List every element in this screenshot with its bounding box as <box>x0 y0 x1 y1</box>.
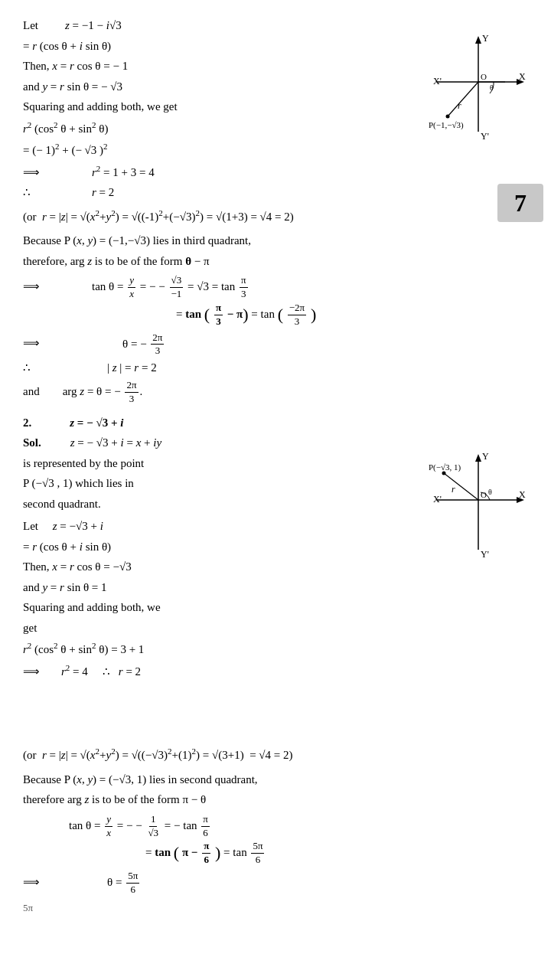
eq-polar2: = r (cos θ + i sin θ) <box>23 537 111 557</box>
page-number: 7 <box>514 189 527 217</box>
eq-tan: tan θ = yx = − − √3−1 = √3 = tan π3 <box>92 274 249 301</box>
svg-text:X: X <box>519 71 526 82</box>
svg-line-10 <box>448 82 478 116</box>
eq-r2: r2 (cos2 θ + sin2 θ) <box>23 118 108 139</box>
eq-tan2-label: tan θ = yx = − − 1√3 = − tan π6 <box>69 813 211 840</box>
eq-theta-neg: θ = − 2π3 <box>122 332 165 358</box>
eq-theta2: θ = 5π6 <box>107 870 141 897</box>
text-second-quad: second quadrant. <box>23 495 101 514</box>
implies1: ⟹ <box>23 163 46 183</box>
eq-r2-val: r2 = 1 + 3 = 4 <box>92 162 155 183</box>
line-tan2: tan θ = yx = − − 1√3 = − tan π6 <box>23 813 528 840</box>
eq-r-val: r = 2 <box>92 183 114 203</box>
problem-2-eq: z = − √3 + i <box>70 413 123 433</box>
line-because-p2: Because P (x, y) = (−√3, 1) lies in seco… <box>23 770 528 790</box>
spacer1 <box>23 682 528 743</box>
line-therefore-z: ∴ | z | = r = 2 <box>23 358 528 378</box>
eq-r2-4: r2 = 4 ∴ r = 2 <box>61 661 141 682</box>
text-because2: Because P (x, y) = (−√3, 1) lies in seco… <box>23 770 258 790</box>
line-or-r: (or r = |z| = √(x2+y2) = √((-1)2+(−√3)2)… <box>23 206 528 227</box>
svg-text:X': X' <box>433 76 442 87</box>
sol-implies-r2: ⟹ r2 = 4 ∴ r = 2 <box>23 661 528 682</box>
coordinate-diagram-1: Y X O X' Y' θ r P(−1,−√3) <box>429 32 528 150</box>
text-bottom: 5π <box>23 900 33 916</box>
therefore1: ∴ <box>23 183 46 203</box>
sol-and-y2: and y = r sin θ = 1 <box>23 578 528 598</box>
line-tan-bold: = tan ( π3 − π) = tan ( −2π3 ) <box>176 302 528 328</box>
line-form2: therefore arg z is to be of the form π −… <box>23 790 528 810</box>
sol-label: Sol. <box>23 433 41 453</box>
line-tan2-bold: = tan ( π − π6 ) = tan 5π6 <box>145 840 528 867</box>
svg-text:Y: Y <box>482 33 489 44</box>
svg-line-24 <box>444 473 478 500</box>
svg-text:X': X' <box>433 494 442 505</box>
sol-r2-cos2: r2 (cos2 θ + sin2 θ) = 3 + 1 <box>23 639 528 660</box>
sol-eq1: z = − √3 + i = x + iy <box>70 433 161 453</box>
label-let: Let <box>23 16 65 36</box>
line-therefore-r: ∴ r = 2 <box>23 183 528 203</box>
eq-z1: z = −1 − i√3 <box>65 16 122 36</box>
svg-text:P(−1,−√3): P(−1,−√3) <box>429 120 464 130</box>
page-number-box: 7 <box>497 184 543 222</box>
text-squaring: Squaring and adding both, we get <box>23 97 178 117</box>
text-get: get <box>23 619 37 639</box>
eq-r2-cos2-2: r2 (cos2 θ + sin2 θ) = 3 + 1 <box>23 639 144 660</box>
line-theta-val: ⟹ θ = − 2π3 <box>23 332 528 358</box>
line-bottom-partial: 5π <box>23 900 528 916</box>
svg-text:r: r <box>458 100 461 111</box>
therefore2: ∴ <box>23 358 46 378</box>
eq-tan2-bold: = tan ( π − π6 ) = tan 5π6 <box>145 840 266 867</box>
svg-text:Y': Y' <box>481 131 489 142</box>
svg-text:P(−√3, 1): P(−√3, 1) <box>429 462 461 472</box>
line-or-r2: (or r = |z| = √(x2+y2) = √((−√3)2+(1)2) … <box>23 744 528 766</box>
line-because-p: Because P (x, y) = (−1,−√3) lies in thir… <box>23 231 528 251</box>
svg-marker-16 <box>475 454 481 462</box>
svg-text:O: O <box>481 72 487 81</box>
svg-text:Y: Y <box>482 451 489 462</box>
text-because: Because P (x, y) = (−1,−√3) lies in thir… <box>23 231 251 251</box>
line-r2-result: ⟹ r2 = 1 + 3 = 4 <box>23 162 528 183</box>
line-and-arg: and arg z = θ = − 2π3. <box>23 379 528 406</box>
line-tan-theta: ⟹ tan θ = yx = − − √3−1 = √3 = tan π3 <box>23 274 528 301</box>
svg-point-12 <box>446 115 450 119</box>
implies2: ⟹ <box>23 277 46 297</box>
svg-text:Y': Y' <box>481 549 489 560</box>
eq-y: and y = r sin θ = − √3 <box>23 77 122 97</box>
eq-or-r2: (or r = |z| = √(x2+y2) = √((−√3)2+(1)2) … <box>23 744 293 766</box>
label-then: Then, x = r cos θ = − 1 <box>23 57 128 77</box>
text-then-x2: Then, x = r cos θ = −√3 <box>23 557 168 577</box>
implies3: ⟹ <box>23 334 46 354</box>
svg-text:X: X <box>519 489 526 500</box>
problem-2-header: 2. z = − √3 + i <box>23 413 528 433</box>
svg-point-26 <box>442 472 446 475</box>
line-theta2: ⟹ θ = 5π6 <box>23 870 528 897</box>
sol-squaring2: Squaring and adding both, we <box>23 598 528 618</box>
main-content: Let z = −1 − i√3 = r (cos θ + i sin θ) T… <box>23 16 528 916</box>
text-and-y2: and y = r sin θ = 1 <box>23 578 107 598</box>
text-squaring2: Squaring and adding both, we <box>23 598 161 618</box>
sol-get: get <box>23 619 528 639</box>
text-and: and arg z = θ = − 2π3. <box>23 379 142 406</box>
svg-text:θ: θ <box>488 488 492 496</box>
svg-marker-2 <box>475 36 481 44</box>
text-form2: therefore arg z is to be of the form π −… <box>23 790 206 810</box>
eq-expand: = (− 1)2 + (− √3 )2 <box>23 139 108 161</box>
text-let: Let z = −√3 + i <box>23 517 103 537</box>
eq-mod-z: | z | = r = 2 <box>107 358 157 378</box>
implies4: ⟹ <box>23 662 46 682</box>
eq-or-r: (or r = |z| = √(x2+y2) = √((-1)2+(−√3)2)… <box>23 206 294 227</box>
svg-text:θ: θ <box>490 83 494 92</box>
line-therefore-arg: therefore, arg z is to be of the form θ … <box>23 252 528 272</box>
coordinate-diagram-2: Y X O X' Y' θ r P(−√3, 1) <box>429 450 528 572</box>
eq-tan-bold: = tan ( π3 − π) = tan ( −2π3 ) <box>176 302 316 328</box>
text-therefore-form: therefore, arg z is to be of the form θ … <box>23 252 210 272</box>
svg-text:r: r <box>452 484 455 495</box>
implies5: ⟹ <box>23 873 46 893</box>
eq-polar: = r (cos θ + i sin θ) <box>23 37 111 57</box>
text-represents: is represented by the point <box>23 454 144 474</box>
text-point: P (−√3 , 1) which lies in <box>23 474 134 494</box>
problem-number-2: 2. <box>23 413 31 433</box>
